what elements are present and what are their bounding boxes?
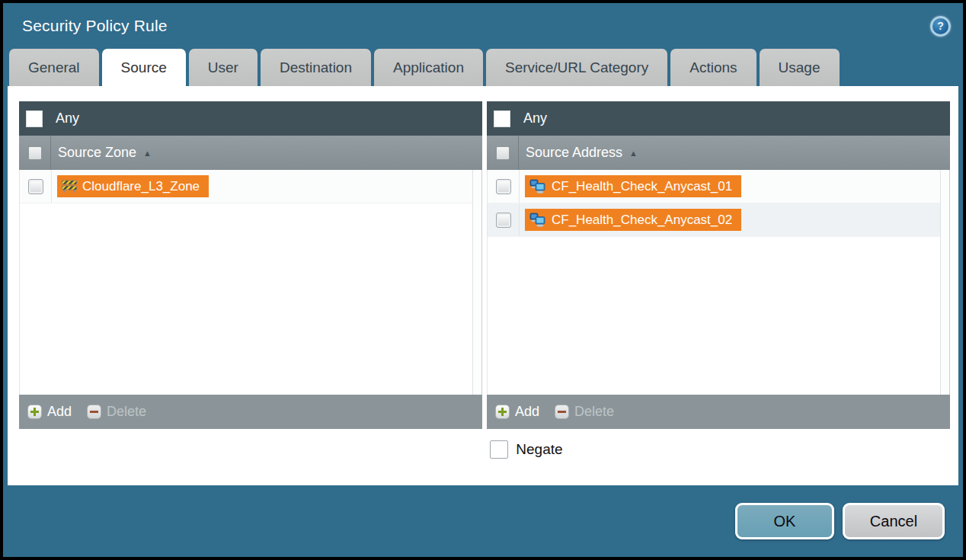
security-policy-rule-dialog: Security Policy Rule ? General Source Us…	[0, 0, 966, 560]
source-address-panel: Any Source Address ▲	[487, 101, 950, 429]
address-list-scrollbar[interactable]	[940, 170, 949, 395]
sort-ascending-icon[interactable]: ▲	[629, 149, 638, 158]
delete-button-label: Delete	[574, 404, 614, 420]
delete-button-label: Delete	[107, 404, 146, 420]
zone-add-button[interactable]: Add	[27, 404, 72, 420]
add-plus-icon	[495, 405, 510, 419]
delete-minus-icon	[87, 405, 101, 419]
address-column-header: Source Address ▲	[487, 136, 950, 170]
table-row[interactable]: CF_Health_Check_Anycast_01	[488, 170, 949, 203]
zone-column-header: Source Zone ▲	[19, 136, 482, 170]
address-delete-button[interactable]: Delete	[555, 404, 614, 420]
source-tab-content: Any Source Zone ▲	[8, 86, 958, 485]
panels: Any Source Zone ▲	[19, 101, 950, 429]
address-icon	[529, 179, 546, 194]
zone-icon	[62, 180, 77, 193]
tab-general[interactable]: General	[9, 49, 99, 86]
source-zone-panel: Any Source Zone ▲	[19, 101, 482, 429]
ok-button[interactable]: OK	[735, 503, 834, 539]
zone-any-checkbox[interactable]	[26, 110, 43, 127]
tab-service-url-category[interactable]: Service/URL Category	[486, 49, 667, 86]
zone-select-all-cell	[19, 136, 51, 170]
address-any-checkbox[interactable]	[494, 110, 510, 127]
address-select-all-checkbox[interactable]	[496, 146, 510, 160]
titlebar: Security Policy Rule ?	[3, 3, 963, 49]
zone-name: Cloudflare_L3_Zone	[82, 179, 200, 194]
address-row-checkbox[interactable]	[496, 179, 511, 194]
add-plus-icon	[27, 405, 42, 419]
negate-checkbox[interactable]	[490, 440, 508, 459]
address-chip[interactable]: CF_Health_Check_Anycast_02	[525, 209, 741, 231]
address-list: CF_Health_Check_Anycast_01	[487, 170, 950, 395]
tab-destination[interactable]: Destination	[261, 49, 371, 86]
add-button-label: Add	[515, 404, 539, 420]
zone-select-all-checkbox[interactable]	[28, 146, 42, 160]
address-any-label: Any	[523, 110, 547, 126]
table-row[interactable]: CF_Health_Check_Anycast_02	[488, 203, 949, 237]
address-panel-toolbar: Add Delete	[487, 395, 950, 429]
sort-ascending-icon[interactable]: ▲	[143, 149, 152, 158]
tab-source[interactable]: Source	[102, 49, 186, 86]
address-row-checkbox[interactable]	[496, 213, 511, 228]
zone-delete-button[interactable]: Delete	[87, 404, 146, 420]
zone-column-title[interactable]: Source Zone	[58, 145, 136, 161]
tab-actions[interactable]: Actions	[670, 49, 756, 86]
tab-usage[interactable]: Usage	[760, 49, 840, 86]
zone-list: Cloudflare_L3_Zone	[19, 170, 482, 395]
address-chip[interactable]: CF_Health_Check_Anycast_01	[525, 175, 741, 197]
row-checkbox-cell	[20, 170, 52, 203]
zone-list-scrollbar[interactable]	[472, 170, 481, 395]
zone-any-header: Any	[19, 101, 482, 136]
dialog-title: Security Policy Rule	[22, 17, 168, 35]
row-checkbox-cell	[488, 203, 520, 236]
address-column-title[interactable]: Source Address	[526, 145, 622, 161]
row-checkbox-cell	[488, 170, 520, 203]
address-any-header: Any	[487, 101, 950, 136]
address-icon	[529, 213, 546, 227]
add-button-label: Add	[47, 404, 72, 420]
zone-panel-toolbar: Add Delete	[19, 395, 482, 429]
negate-row: Negate	[490, 440, 950, 459]
zone-chip[interactable]: Cloudflare_L3_Zone	[57, 175, 209, 197]
tab-bar: General Source User Destination Applicat…	[3, 49, 963, 86]
negate-label: Negate	[516, 441, 562, 458]
delete-minus-icon	[555, 405, 569, 419]
cancel-button[interactable]: Cancel	[843, 503, 945, 539]
address-name: CF_Health_Check_Anycast_01	[552, 179, 732, 194]
address-name: CF_Health_Check_Anycast_02	[552, 213, 732, 228]
help-icon[interactable]: ?	[930, 16, 951, 37]
tab-application[interactable]: Application	[374, 49, 483, 86]
zone-row-checkbox[interactable]	[28, 179, 43, 194]
tab-user[interactable]: User	[189, 49, 257, 86]
address-select-all-cell	[487, 136, 519, 170]
address-add-button[interactable]: Add	[495, 404, 539, 420]
table-row[interactable]: Cloudflare_L3_Zone	[20, 170, 481, 203]
dialog-footer: OK Cancel	[3, 485, 963, 557]
zone-any-label: Any	[56, 110, 79, 126]
